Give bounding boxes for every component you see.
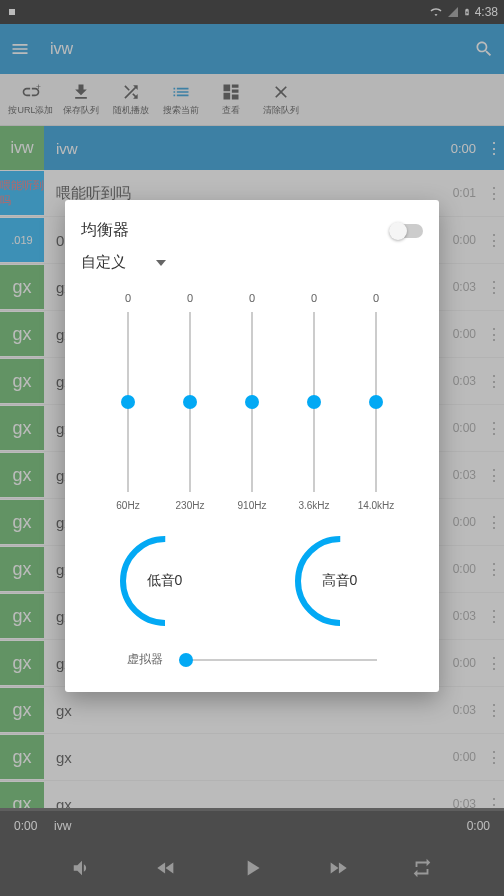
- band-value: 0: [311, 292, 317, 304]
- band-freq: 910Hz: [238, 500, 267, 511]
- band-slider[interactable]: [127, 312, 129, 492]
- band-value: 0: [249, 292, 255, 304]
- band-value: 0: [373, 292, 379, 304]
- equalizer-dialog: 均衡器 自定义 060Hz0230Hz0910Hz03.6kHz014.0kHz…: [65, 200, 439, 692]
- band-freq: 14.0kHz: [358, 500, 395, 511]
- band-freq: 60Hz: [116, 500, 139, 511]
- band-value: 0: [187, 292, 193, 304]
- band-slider[interactable]: [375, 312, 377, 492]
- band-slider[interactable]: [313, 312, 315, 492]
- treble-label: 高音0: [322, 572, 358, 590]
- bass-label: 低音0: [147, 572, 183, 590]
- virtualizer-label: 虚拟器: [127, 651, 163, 668]
- virtualizer-slider[interactable]: [179, 659, 377, 661]
- preset-label[interactable]: 自定义: [81, 253, 126, 272]
- eq-sliders: 060Hz0230Hz0910Hz03.6kHz014.0kHz: [77, 292, 427, 511]
- band-slider[interactable]: [189, 312, 191, 492]
- band-slider[interactable]: [251, 312, 253, 492]
- equalizer-toggle[interactable]: [389, 224, 423, 238]
- dialog-title: 均衡器: [81, 220, 389, 241]
- band-freq: 230Hz: [176, 500, 205, 511]
- dropdown-icon[interactable]: [156, 260, 166, 266]
- treble-dial[interactable]: 高音0: [290, 531, 390, 631]
- band-freq: 3.6kHz: [298, 500, 329, 511]
- band-value: 0: [125, 292, 131, 304]
- bass-dial[interactable]: 低音0: [115, 531, 215, 631]
